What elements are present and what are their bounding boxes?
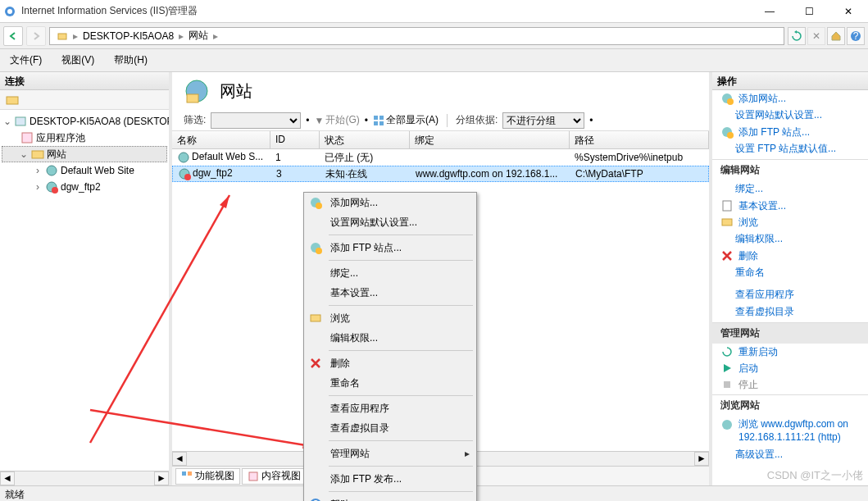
expand-icon[interactable]: ›: [33, 181, 43, 193]
stop-button[interactable]: ✕: [807, 27, 825, 45]
connections-header: 连接: [0, 72, 169, 90]
action-stop[interactable]: 停止: [712, 376, 868, 393]
cm-rename[interactable]: 重命名: [304, 373, 476, 393]
cm-bindings[interactable]: 绑定...: [304, 263, 476, 283]
actions-list: 添加网站... 设置网站默认设置... 添加 FTP 站点... 设置 FTP …: [712, 90, 868, 485]
svg-rect-21: [182, 471, 186, 476]
action-site-defaults[interactable]: 设置网站默认设置...: [712, 107, 868, 124]
svg-text:?: ?: [853, 30, 859, 42]
titlebar: Internet Information Services (IIS)管理器 —…: [0, 0, 868, 23]
cm-delete[interactable]: 删除: [304, 353, 476, 373]
action-browse[interactable]: 浏览: [712, 214, 868, 230]
breadcrumb-node[interactable]: 网站: [185, 29, 211, 43]
forward-button[interactable]: [26, 26, 46, 46]
tab-features[interactable]: 功能视图: [175, 468, 240, 485]
action-delete[interactable]: 删除: [712, 248, 868, 264]
action-rename[interactable]: 重命名: [712, 264, 868, 281]
svg-rect-22: [188, 471, 192, 476]
tree-app-pools[interactable]: 应用程序池: [2, 130, 167, 146]
cm-site-defaults[interactable]: 设置网站默认设置...: [304, 212, 476, 232]
tab-content[interactable]: 内容视图: [242, 468, 307, 485]
maximize-button[interactable]: ☐: [793, 2, 825, 20]
cm-browse[interactable]: 浏览: [304, 308, 476, 328]
expand-icon[interactable]: ›: [33, 165, 43, 176]
globe-add-icon: [720, 92, 734, 105]
svg-point-33: [316, 203, 322, 209]
tree-host-label: DESKTOP-KI5AOA8 (DESKTOP: [30, 116, 169, 127]
table-row[interactable]: Default Web S... 1 已停止 (无) %SystemDrive%…: [172, 149, 709, 166]
tree-host[interactable]: ⌄ DESKTOP-KI5AOA8 (DESKTOP: [2, 113, 167, 130]
action-restart[interactable]: 重新启动: [712, 344, 868, 360]
action-add-site[interactable]: 添加网站...: [712, 90, 868, 107]
menu-help[interactable]: 帮助(H): [111, 52, 151, 69]
svg-rect-7: [22, 133, 32, 143]
cm-add-site[interactable]: 添加网站...: [304, 193, 476, 212]
col-path[interactable]: 路径: [570, 131, 709, 148]
action-add-ftp[interactable]: 添加 FTP 站点...: [712, 124, 868, 140]
collapse-icon[interactable]: ⌄: [3, 116, 11, 127]
folder-icon[interactable]: [6, 93, 19, 107]
start-button[interactable]: ▼ 开始(G): [315, 113, 360, 127]
group-select[interactable]: 不进行分组: [502, 112, 584, 129]
svg-point-11: [52, 187, 58, 194]
page-title: 网站: [220, 80, 252, 102]
tree-site-default[interactable]: › Default Web Site: [2, 162, 167, 179]
sites-icon: [31, 148, 44, 161]
action-advanced[interactable]: 高级设置...: [712, 446, 868, 463]
filter-bar: 筛选: • ▼ 开始(G) • 全部显示(A) 分组依据: 不进行分组 •: [172, 110, 709, 131]
col-id[interactable]: ID: [270, 131, 320, 148]
home-button[interactable]: [827, 27, 845, 45]
minimize-button[interactable]: —: [753, 2, 786, 20]
left-scrollbar[interactable]: ◄►: [0, 471, 169, 485]
help-button[interactable]: ?: [847, 27, 865, 45]
tree-site-ftp-label: dgw_ftp2: [61, 181, 101, 193]
col-bind[interactable]: 绑定: [410, 131, 570, 148]
refresh-button[interactable]: [788, 27, 806, 45]
app-icon: [3, 5, 16, 18]
cm-add-ftp-pub[interactable]: 添加 FTP 发布...: [304, 469, 476, 489]
svg-rect-16: [374, 121, 378, 125]
show-all-button[interactable]: 全部显示(A): [373, 113, 439, 127]
svg-point-20: [184, 174, 191, 180]
breadcrumb[interactable]: ▸ DESKTOP-KI5AOA8 ▸ 网站 ▸: [49, 27, 784, 45]
stop-icon: [720, 378, 734, 391]
table-row[interactable]: dgw_ftp2 3 未知·在线 www.dgwftp.com on 192.1…: [172, 166, 709, 182]
action-basic-settings[interactable]: 基本设置...: [712, 198, 868, 214]
tree-sites[interactable]: ⌄ 网站: [2, 146, 167, 162]
filter-input[interactable]: [211, 112, 301, 129]
cm-basic[interactable]: 基本设置...: [304, 283, 476, 303]
action-browse-url[interactable]: 浏览 www.dgwftp.com on 192.168.1.111:21 (h…: [712, 416, 868, 446]
col-status[interactable]: 状态: [320, 131, 410, 148]
collapse-icon[interactable]: ⌄: [19, 148, 29, 160]
action-bindings[interactable]: 绑定...: [712, 180, 868, 198]
action-start[interactable]: 启动: [712, 360, 868, 376]
svg-rect-30: [724, 381, 730, 388]
action-ftp-defaults[interactable]: 设置 FTP 站点默认值...: [712, 140, 868, 157]
delete-icon: [307, 355, 324, 371]
cm-help[interactable]: ?帮助: [304, 494, 476, 501]
action-view-apps[interactable]: 查看应用程序: [712, 286, 868, 303]
tree-site-ftp[interactable]: › dgw_ftp2: [2, 179, 167, 195]
cm-edit-perm[interactable]: 编辑权限...: [304, 328, 476, 348]
cm-manage[interactable]: 管理网站▸: [304, 444, 476, 463]
cm-add-ftp[interactable]: 添加 FTP 站点...: [304, 238, 476, 257]
svg-rect-17: [379, 121, 384, 125]
back-button[interactable]: [3, 26, 23, 46]
globe-icon: [177, 151, 190, 164]
action-edit-perm[interactable]: 编辑权限...: [712, 230, 868, 248]
menu-view[interactable]: 视图(V): [58, 52, 98, 69]
action-view-vdirs[interactable]: 查看虚拟目录: [712, 303, 868, 321]
cm-view-apps[interactable]: 查看应用程序: [304, 399, 476, 418]
document-icon: [720, 199, 734, 212]
breadcrumb-host[interactable]: DESKTOP-KI5AOA8: [80, 30, 177, 42]
menu-file[interactable]: 文件(F): [7, 52, 45, 69]
restart-icon: [720, 345, 734, 358]
sites-large-icon: [184, 78, 210, 104]
actions-header: 操作: [712, 72, 868, 90]
svg-rect-8: [32, 151, 43, 158]
group-label: 分组依据:: [456, 113, 498, 127]
svg-rect-14: [374, 116, 378, 120]
col-name[interactable]: 名称: [172, 131, 270, 148]
cm-view-vdirs[interactable]: 查看虚拟目录: [304, 418, 476, 438]
close-button[interactable]: ✕: [832, 2, 865, 20]
